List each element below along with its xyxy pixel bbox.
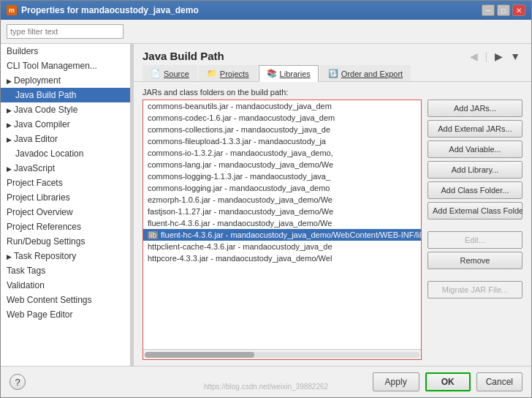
bottom-left: ? <box>10 374 26 390</box>
sidebar-item-javascript[interactable]: ▶JavaScript <box>1 161 130 176</box>
tab-order-export-label: Order and Export <box>341 70 403 78</box>
scrollbar-thumb[interactable] <box>145 352 254 358</box>
tab-order-export[interactable]: 🔃 Order and Export <box>320 65 411 81</box>
libraries-icon: 📚 <box>267 69 277 78</box>
sidebar-item-java-compiler[interactable]: ▶Java Compiler <box>1 117 130 132</box>
main-split: Builders CLI Tool Managemen... ▶Deployme… <box>1 44 531 366</box>
sidebar-item-task-tags[interactable]: Task Tags <box>1 263 130 278</box>
dropdown-button[interactable]: ▼ <box>508 50 522 62</box>
remove-button[interactable]: Remove <box>428 252 522 269</box>
panel-title: Java Build Path <box>142 50 224 62</box>
tab-projects[interactable]: 📁 Projects <box>199 65 257 81</box>
sidebar-item-cli-tool[interactable]: CLI Tool Managemen... <box>1 59 130 73</box>
action-buttons: Add JARs... Add External JARs... Add Var… <box>428 100 522 360</box>
tabs-bar: 📄 Source 📁 Projects 📚 Libraries 🔃 Order … <box>134 65 531 82</box>
title-buttons: ─ □ ✕ <box>482 4 525 16</box>
sidebar-item-task-repository[interactable]: ▶Task Repository <box>1 249 130 263</box>
list-item[interactable]: fluent-hc-4.3.6.jar - mandaocustody_java… <box>143 217 421 229</box>
help-button[interactable]: ? <box>10 374 26 390</box>
nav-arrows: ◀ | ▶ ▼ <box>468 50 523 62</box>
back-button[interactable]: ◀ <box>468 50 480 62</box>
bottom-bar: ? Apply OK Cancel <box>1 366 531 397</box>
separator: | <box>483 50 490 62</box>
add-jars-button[interactable]: Add JARs... <box>428 100 522 117</box>
cancel-button[interactable]: Cancel <box>476 372 522 391</box>
sidebar-item-run-debug-settings[interactable]: Run/Debug Settings <box>1 234 130 249</box>
sidebar-item-java-editor[interactable]: ▶Java Editor <box>1 132 130 146</box>
apply-button[interactable]: Apply <box>373 372 419 391</box>
add-external-jars-button[interactable]: Add External JARs... <box>428 120 522 138</box>
list-item[interactable]: commons-lang.jar - mandaocustody_java_de… <box>143 159 421 170</box>
sidebar-item-validation[interactable]: Validation <box>1 278 130 293</box>
sidebar-item-java-code-style[interactable]: ▶Java Code Style <box>1 102 130 117</box>
list-item[interactable]: commons-codec-1.6.jar - mandaocustody_ja… <box>143 112 421 124</box>
filter-input[interactable] <box>7 24 123 39</box>
title-bar: m Properties for mandaocustody_java_demo… <box>1 1 531 20</box>
sidebar-item-javadoc-location[interactable]: Javadoc Location <box>1 146 130 161</box>
properties-window: m Properties for mandaocustody_java_demo… <box>0 0 532 398</box>
panel-header: Java Build Path ◀ | ▶ ▼ <box>134 44 531 65</box>
list-item[interactable]: commons-logging-1.1.3.jar - mandaocustod… <box>143 170 421 182</box>
jars-list-container: commons-beanutils.jar - mandaocustody_ja… <box>142 100 422 360</box>
title-bar-left: m Properties for mandaocustody_java_demo <box>7 5 199 15</box>
migrate-jar-button[interactable]: Migrate JAR File... <box>428 281 522 298</box>
projects-icon: 📁 <box>207 69 217 78</box>
list-item[interactable]: commons-collections.jar - mandaocustody_… <box>143 124 421 135</box>
sidebar-item-project-references[interactable]: Project References <box>1 219 130 234</box>
edit-button[interactable]: Edit... <box>428 231 522 249</box>
right-panel: Java Build Path ◀ | ▶ ▼ 📄 Source 📁 Proje… <box>134 44 531 366</box>
build-content: JARs and class folders on the build path… <box>134 82 531 366</box>
list-item[interactable]: httpclient-cache-4.3.6.jar - mandaocusto… <box>143 241 421 252</box>
list-item[interactable]: ezmorph-1.0.6.jar - mandaocustody_java_d… <box>143 194 421 206</box>
sidebar-item-deployment[interactable]: ▶Deployment <box>1 73 130 88</box>
filter-bar <box>1 20 531 44</box>
jars-area: commons-beanutils.jar - mandaocustody_ja… <box>142 100 522 360</box>
tab-libraries-label: Libraries <box>280 70 311 78</box>
sidebar-item-web-page-editor[interactable]: Web Page Editor <box>1 307 130 322</box>
sidebar: Builders CLI Tool Managemen... ▶Deployme… <box>1 44 131 366</box>
tab-source[interactable]: 📄 Source <box>142 65 197 81</box>
horizontal-scrollbar[interactable] <box>143 349 421 359</box>
jars-list[interactable]: commons-beanutils.jar - mandaocustody_ja… <box>143 100 421 349</box>
sidebar-item-project-facets[interactable]: Project Facets <box>1 176 130 190</box>
tab-source-label: Source <box>164 70 189 78</box>
maximize-button[interactable]: □ <box>497 4 510 16</box>
source-icon: 📄 <box>151 69 161 78</box>
list-item-selected[interactable]: lib fluent-hc-4.3.6.jar - mandaocustody_… <box>143 229 421 241</box>
add-class-folder-button[interactable]: Add Class Folder... <box>428 181 522 199</box>
sidebar-item-java-build-path[interactable]: Java Build Path <box>1 88 130 102</box>
sidebar-item-web-content-settings[interactable]: Web Content Settings <box>1 293 130 307</box>
add-variable-button[interactable]: Add Variable... <box>428 140 522 158</box>
bottom-right: Apply OK Cancel <box>373 372 522 391</box>
list-item[interactable]: fastjson-1.1.27.jar - mandaocustody_java… <box>143 206 421 217</box>
app-icon: m <box>7 5 17 15</box>
window-title: Properties for mandaocustody_java_demo <box>21 5 199 15</box>
tab-projects-label: Projects <box>220 70 249 78</box>
close-button[interactable]: ✕ <box>512 4 525 16</box>
sidebar-list: Builders CLI Tool Managemen... ▶Deployme… <box>1 44 130 322</box>
scrollbar-track <box>145 352 419 358</box>
sidebar-item-project-libraries[interactable]: Project Libraries <box>1 190 130 205</box>
order-export-icon: 🔃 <box>328 69 338 78</box>
tab-libraries[interactable]: 📚 Libraries <box>259 65 319 82</box>
jars-label: JARs and class folders on the build path… <box>142 88 522 97</box>
add-library-button[interactable]: Add Library... <box>428 161 522 179</box>
list-item[interactable]: commons-logging.jar - mandaocustody_java… <box>143 182 421 194</box>
list-item[interactable]: httpcore-4.3.3.jar - mandaocustody_java_… <box>143 252 421 264</box>
list-item[interactable]: commons-fileupload-1.3.3.jar - mandaocus… <box>143 135 421 147</box>
sidebar-item-project-overview[interactable]: Project Overview <box>1 205 130 219</box>
list-item[interactable]: commons-io-1.3.2.jar - mandaocustody_jav… <box>143 147 421 159</box>
ok-button[interactable]: OK <box>425 372 471 391</box>
add-external-class-folder-button[interactable]: Add External Class Folder... <box>428 202 522 219</box>
list-item[interactable]: commons-beanutils.jar - mandaocustody_ja… <box>143 100 421 112</box>
minimize-button[interactable]: ─ <box>482 4 495 16</box>
forward-button[interactable]: ▶ <box>493 50 505 62</box>
sidebar-item-builders[interactable]: Builders <box>1 44 130 59</box>
